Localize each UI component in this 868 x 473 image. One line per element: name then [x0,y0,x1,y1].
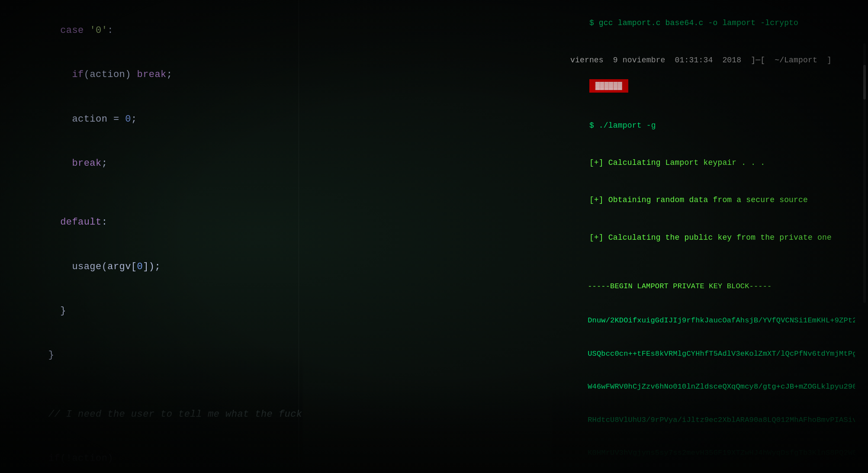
code-line: } [13,333,290,377]
terminal-line [561,256,846,269]
terminal-output-line: [+] Obtaining random data from a secure … [561,182,846,219]
terminal-key-data: USQbcc0cn++tFEs8kVRMlgCYHhfT5AdlV3eKolZm… [561,337,846,370]
terminal-key-data: s8RqgaEhbVdCPRPQQFNKVBIlGBSgVbhx0bgTDdFY… [561,470,846,473]
code-line: if(action) break; [13,53,290,97]
terminal-key-header: -----BEGIN LAMPORT PRIVATE KEY BLOCK----… [561,269,846,304]
terminal-key-data: RHdtcU8VlUhU3/9rPVya/iJltz9ec2XblARA90a8… [561,403,846,437]
scrollbar-thumb[interactable] [863,65,866,100]
terminal-key-data: Dnuw/2KDOifxuigGdIJIj9rfhkJaucOafAhsjB/Y… [561,304,846,338]
terminal-key-data: K0HMrUV3hVgjyns5sy7ss2mevH35GF19XTZwHJ4h… [561,437,846,470]
code-line: if(!action) [13,437,290,473]
terminal-line: ▓▓▓▓▓▓ [561,67,846,105]
terminal-line [561,42,846,54]
terminal-line: $ gcc lamport.c base64.c -o lamport -lcr… [561,4,846,42]
code-line [13,186,290,200]
terminal-panel: $ gcc lamport.c base64.c -o lamport -lcr… [552,0,855,473]
code-comment-line: // I need the user to tell me what the f… [13,392,290,436]
code-line: usage(argv[0]); [13,245,290,289]
terminal-command-line: $ ./lamport -g [561,107,846,144]
scrollbar[interactable] [863,43,866,303]
code-line [13,377,290,392]
terminal-prompt-line: viernes 9 noviembre 01:31:34 2018 ]─[ ~/… [561,54,846,67]
terminal-output-line: [+] Calculating Lamport keypair . . . [561,144,846,181]
code-line: case '0': [13,9,290,53]
red-box: ▓▓▓▓▓▓ [589,79,628,93]
screen: case '0': if(action) break; action = 0; … [0,0,868,473]
code-editor-panel: case '0': if(action) break; action = 0; … [0,0,303,473]
panel-divider [299,0,299,473]
terminal-key-data: W46wFWRV0hCjZzv6hNo010lnZldsceQXqQmcy8/g… [561,370,846,404]
prompt-text: viernes 9 noviembre 01:31:34 2018 ]─[ ~/… [561,54,832,67]
code-line: action = 0; [13,97,290,142]
code-line: default: [13,200,290,245]
terminal-output-line: [+] Calculating the public key from the … [561,219,846,256]
code-line: break; [13,142,290,186]
code-line: } [13,289,290,333]
